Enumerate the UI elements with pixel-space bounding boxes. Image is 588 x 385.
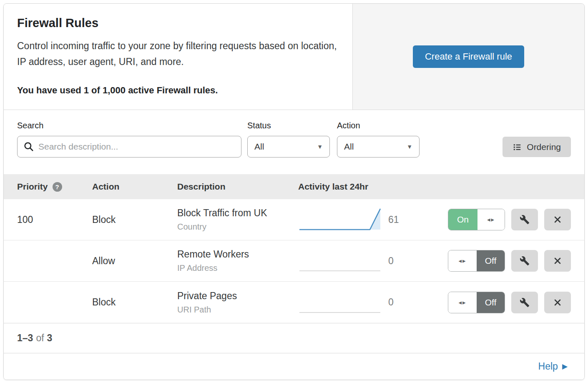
activity-sparkline [296,205,388,234]
panel-header: Firewall Rules Control incoming traffic … [4,4,584,110]
pagination-total: 3 [47,332,53,343]
table-row: Block Private Pages URI Path 0 ◂▸ Off [4,282,584,323]
column-priority: Priority [17,182,48,192]
activity-count: 0 [388,297,425,308]
list-ordering-icon [513,142,522,152]
search-block: Search [17,121,241,158]
rule-action: Block [92,297,177,308]
activity-sparkline [296,288,388,317]
firewall-rules-panel: Firewall Rules Control incoming traffic … [3,3,585,380]
column-description: Description [177,182,296,192]
wrench-icon [520,256,530,266]
activity-count: 61 [388,214,425,225]
header-text-area: Firewall Rules Control incoming traffic … [4,4,353,110]
pagination-range: 1–3 [17,332,33,343]
activity-count: 0 [388,255,425,267]
status-label: Status [247,121,330,130]
toggle-off-label: Off [477,292,505,313]
rule-description: Block Traffic from UK [177,208,296,219]
rule-enabled-toggle[interactable]: ◂▸ Off [448,250,505,272]
status-select[interactable]: All ▼ [247,136,330,158]
ordering-button-label: Ordering [527,142,561,152]
edit-rule-button[interactable] [511,292,538,313]
create-firewall-rule-button[interactable]: Create a Firewall rule [413,45,524,68]
action-select[interactable]: All ▼ [337,136,420,158]
toggle-handle-icon: ◂▸ [477,209,505,230]
search-label: Search [17,121,241,130]
bottom-bar: Help ▶ [4,353,584,380]
rule-description: Remote Workers [177,249,296,260]
help-link-label: Help [538,361,558,372]
status-selected-value: All [254,142,264,152]
edit-rule-button[interactable] [511,250,538,272]
column-activity: Activity last 24hr [296,182,388,192]
toggle-on-label: On [448,209,477,230]
filter-bar: Search Status All ▼ Action All ▼ [4,110,584,174]
toggle-off-label: Off [477,250,505,271]
pagination: 1–3of3 [4,323,584,353]
rule-match-type: URI Path [177,305,296,315]
action-selected-value: All [344,142,354,152]
delete-rule-button[interactable] [544,250,571,272]
close-icon [553,256,562,265]
arrow-right-icon: ▶ [562,362,568,371]
rule-description: Private Pages [177,290,296,302]
toggle-handle-icon: ◂▸ [448,292,477,313]
chevron-down-icon: ▼ [317,143,323,150]
rule-match-type: IP Address [177,263,296,273]
status-filter-block: Status All ▼ [247,121,330,158]
priority-help-icon[interactable]: ? [53,182,62,192]
page-title: Firewall Rules [17,16,338,30]
search-icon [23,141,34,152]
rule-action: Allow [92,255,177,267]
rule-priority: 100 [17,214,92,225]
activity-sparkline [296,247,388,275]
table-row: 100 Block Block Traffic from UK Country … [4,199,584,240]
delete-rule-button[interactable] [544,209,571,230]
search-field-wrap [17,136,241,158]
rule-enabled-toggle[interactable]: ◂▸ Off [448,292,505,313]
help-link[interactable]: Help ▶ [538,361,568,372]
toggle-handle-icon: ◂▸ [448,250,477,271]
chevron-down-icon: ▼ [407,143,412,150]
action-label: Action [337,121,420,130]
delete-rule-button[interactable] [544,292,571,313]
close-icon [553,215,562,224]
close-icon [553,298,562,307]
rule-match-type: Country [177,222,296,232]
search-input[interactable] [17,136,241,158]
table-header: Priority ? Action Description Activity l… [4,174,584,199]
rule-action: Block [92,214,177,225]
wrench-icon [520,215,530,225]
header-action-area: Create a Firewall rule [353,4,584,110]
pagination-of-label: of [33,332,47,343]
edit-rule-button[interactable] [511,209,538,230]
usage-note: You have used 1 of 1,000 active Firewall… [17,85,338,96]
page-description: Control incoming traffic to your zone by… [17,38,338,70]
wrench-icon [520,298,530,308]
action-filter-block: Action All ▼ [337,121,420,158]
ordering-button[interactable]: Ordering [503,137,571,157]
table-row: Allow Remote Workers IP Address 0 ◂▸ Off [4,240,584,282]
rule-enabled-toggle[interactable]: On ◂▸ [448,209,505,230]
column-action: Action [92,182,177,192]
